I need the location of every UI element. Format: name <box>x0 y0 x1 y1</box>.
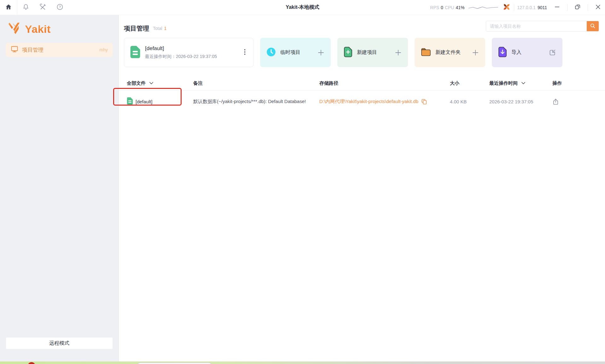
search-button[interactable] <box>587 21 599 31</box>
plus-icon <box>395 49 402 56</box>
import-label: 导入 <box>511 49 521 56</box>
default-card-text: [default] 最近操作时间：2026-03-22 19:37:05 <box>145 45 217 60</box>
notifications-button[interactable] <box>17 0 34 15</box>
yakit-logo-icon <box>8 21 21 37</box>
row-time-cell: 2026-03-22 19:37:05 <box>489 99 552 104</box>
page-title: 项目管理 <box>124 24 149 33</box>
import-card[interactable]: 导入 <box>492 38 562 67</box>
card-menu-button[interactable] <box>242 48 247 58</box>
sidebar-item-badge: mhy <box>100 47 108 52</box>
row-name: [default] <box>136 99 152 104</box>
default-card-time: 最近操作时间：2026-03-22 19:37:05 <box>145 54 217 60</box>
new-project-icon <box>344 47 352 59</box>
sidebar: Yakit 项目管理 mhy 远程模式 <box>0 15 119 361</box>
table-row[interactable]: [default] 默认数据库(~/yakit-projects/***.db)… <box>119 91 605 112</box>
temporary-project-label: 临时项目 <box>280 49 300 56</box>
header-time[interactable]: 最近操作时间 <box>489 80 552 86</box>
temporary-project-card[interactable]: 临时项目 <box>260 38 331 67</box>
table-header: 全部文件 备注 存储路径 大小 最近操作时间 <box>119 76 605 91</box>
titlebar-left: ? <box>0 0 68 15</box>
plus-icon <box>472 49 479 56</box>
clock-icon <box>266 47 276 58</box>
plus-icon <box>317 49 324 56</box>
host-divider <box>514 4 514 11</box>
header-time-label: 最近操作时间 <box>489 80 518 86</box>
header-size-label: 大小 <box>450 80 459 86</box>
header-path-label: 存储路径 <box>319 80 338 86</box>
row-name-cell: [default] <box>127 97 193 106</box>
row-size: 4.00 KB <box>450 99 467 104</box>
titlebar: ? Yakit-本地模式 RPS 0 CPU 41% <box>0 0 605 15</box>
total-counter: Total 1 <box>153 26 166 31</box>
cards-row: [default] 最近操作时间：2026-03-22 19:37:05 临时项… <box>119 35 605 67</box>
minimize-button[interactable] <box>550 0 564 15</box>
projects-table: 全部文件 备注 存储路径 大小 最近操作时间 <box>119 76 605 112</box>
copy-icon[interactable] <box>421 98 427 105</box>
header-path: 存储路径 <box>319 80 450 86</box>
chevron-down-icon <box>149 82 153 84</box>
yakit-engine-icon[interactable] <box>503 3 511 12</box>
default-card-time-label: 最近操作时间： <box>145 54 176 59</box>
row-note: 默认数据库(~/yakit-projects/***.db): Default … <box>193 99 306 105</box>
total-value: 1 <box>164 26 167 31</box>
row-size-cell: 4.00 KB <box>450 99 489 104</box>
search-icon <box>590 23 596 30</box>
cpu-value: 41% <box>456 5 464 10</box>
host-value: 127.0.0.1 <box>517 5 536 10</box>
restore-icon <box>574 3 581 12</box>
window-controls-divider-2 <box>588 4 588 11</box>
restore-button[interactable] <box>571 0 585 15</box>
new-folder-label: 新建文件夹 <box>435 49 461 56</box>
titlebar-right: RPS 0 CPU 41% 127.0.0.1 9011 <box>430 0 605 15</box>
import-doc-icon <box>498 47 507 59</box>
home-button[interactable] <box>0 0 17 15</box>
tools-icon <box>39 3 46 12</box>
project-search <box>486 21 599 32</box>
header-note-label: 备注 <box>193 80 203 86</box>
row-path[interactable]: D:\内网代理\Yakit\yakit-projects\default-yak… <box>319 99 418 105</box>
port-value: 9011 <box>538 5 547 10</box>
project-doc-icon <box>130 45 141 60</box>
close-icon <box>595 3 602 12</box>
row-path-cell: D:\内网代理\Yakit\yakit-projects\default-yak… <box>319 98 450 105</box>
home-icon <box>5 3 12 12</box>
new-project-label: 新建项目 <box>357 49 377 56</box>
monitor-icon <box>11 45 18 54</box>
main-content: 项目管理 Total 1 [default] <box>119 15 605 361</box>
header-action-label: 操作 <box>552 80 562 86</box>
sidebar-item-label: 项目管理 <box>22 46 44 54</box>
engine-address: 127.0.0.1 9011 <box>517 5 547 10</box>
close-button[interactable] <box>591 0 605 15</box>
logo-text: Yakit <box>25 23 51 35</box>
header-all-files[interactable]: 全部文件 <box>127 80 193 86</box>
svg-text:?: ? <box>59 5 61 9</box>
remote-mode-button[interactable]: 远程模式 <box>6 337 113 349</box>
tools-button[interactable] <box>34 0 51 15</box>
header-all-files-label: 全部文件 <box>127 80 146 86</box>
import-action-icon <box>549 49 556 56</box>
cpu-sparkline <box>468 4 499 11</box>
help-button[interactable]: ? <box>51 0 68 15</box>
new-project-card[interactable]: 新建项目 <box>337 38 408 67</box>
default-project-card[interactable]: [default] 最近操作时间：2026-03-22 19:37:05 <box>124 38 253 67</box>
row-action-cell <box>552 98 605 105</box>
new-folder-card[interactable]: 新建文件夹 <box>415 38 485 67</box>
window-controls-divider-1 <box>567 4 567 11</box>
bottom-card-sliver <box>137 362 212 364</box>
header-size: 大小 <box>450 80 489 86</box>
logo: Yakit <box>0 15 119 37</box>
header-action: 操作 <box>552 80 605 86</box>
sidebar-item-project-management[interactable]: 项目管理 mhy <box>6 43 113 57</box>
yakit-window: ? Yakit-本地模式 RPS 0 CPU 41% <box>0 0 605 364</box>
rps-value: 0 <box>441 5 443 10</box>
folder-icon <box>421 48 431 58</box>
help-icon: ? <box>56 3 63 12</box>
export-icon[interactable] <box>552 98 559 105</box>
bottom-edge-strip <box>0 361 605 364</box>
red-dot-icon <box>28 362 35 364</box>
total-label: Total <box>153 26 162 31</box>
row-note-cell: 默认数据库(~/yakit-projects/***.db): Default … <box>193 99 319 105</box>
project-doc-icon <box>127 97 133 106</box>
search-input[interactable] <box>486 21 587 31</box>
row-time: 2026-03-22 19:37:05 <box>489 99 533 104</box>
